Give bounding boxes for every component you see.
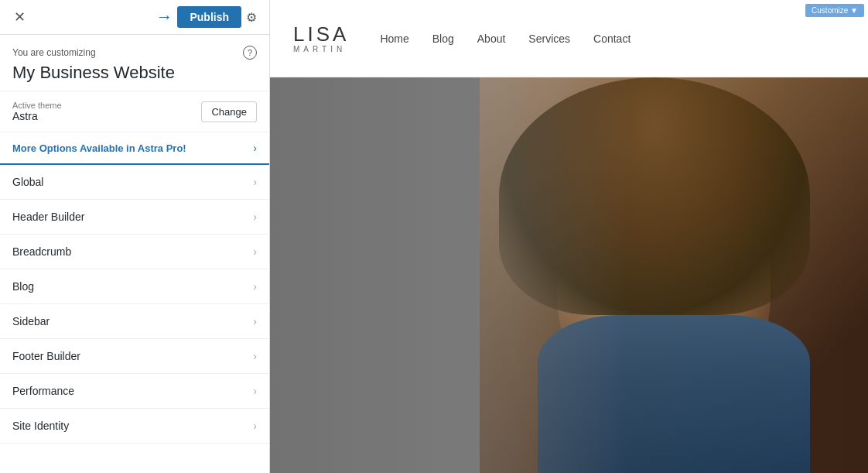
menu-item-breadcrumb[interactable]: Breadcrumb › [0,235,269,269]
nav-link-blog[interactable]: Blog [432,33,454,45]
arrow-indicator: → [155,7,173,27]
change-theme-button[interactable]: Change [201,101,257,122]
menu-item-sidebar[interactable]: Sidebar › [0,304,269,339]
menu-chevron-icon: › [253,280,257,293]
nav-link-services[interactable]: Services [528,33,570,45]
active-theme-section: Active theme Astra Change [0,91,269,132]
hero-area [270,77,868,473]
top-bar: ✕ → Publish ⚙ [0,0,269,35]
nav-link-about[interactable]: About [477,33,506,45]
preview-panel: LISA MARTIN Home Blog About Services Con… [270,0,868,473]
menu-chevron-icon: › [253,211,257,223]
customizing-text: You are customizing [12,47,96,58]
theme-info: Active theme Astra [12,101,62,122]
menu-chevron-icon: › [253,385,257,397]
menu-item-blog-label: Blog [12,280,34,293]
menu-item-blog[interactable]: Blog › [0,269,269,304]
publish-button[interactable]: Publish [177,6,241,28]
menu-item-footer-builder-label: Footer Builder [12,350,80,362]
hero-overlay [270,77,868,473]
menu-chevron-icon: › [253,245,257,258]
nav-link-contact[interactable]: Contact [593,33,630,45]
astra-pro-chevron-icon: › [253,142,257,154]
menu-item-breadcrumb-label: Breadcrumb [12,245,71,258]
logo-sub: MARTIN [293,46,349,53]
astra-pro-banner[interactable]: More Options Available in Astra Pro! › [0,132,269,165]
theme-label: Active theme [12,101,62,110]
menu-chevron-icon: › [253,420,257,432]
menu-item-header-builder[interactable]: Header Builder › [0,200,269,235]
customizing-section: You are customizing ? My Business Websit… [0,35,269,91]
menu-chevron-icon: › [253,350,257,362]
astra-pro-text: More Options Available in Astra Pro! [12,142,186,154]
close-button[interactable]: ✕ [8,7,32,27]
menu-item-site-identity-label: Site Identity [12,420,69,432]
customizing-label: You are customizing ? [12,46,257,60]
menu-item-footer-builder[interactable]: Footer Builder › [0,339,269,374]
site-title: My Business Website [12,63,257,83]
menu-chevron-icon: › [253,176,257,188]
menu-item-sidebar-label: Sidebar [12,315,50,327]
theme-name: Astra [12,110,62,122]
settings-gear-button[interactable]: ⚙ [241,7,261,28]
menu-item-performance[interactable]: Performance › [0,374,269,409]
menu-item-site-identity[interactable]: Site Identity › [0,409,269,444]
menu-item-global[interactable]: Global › [0,165,269,200]
site-nav: Home Blog About Services Contact [380,33,630,45]
menu-item-global-label: Global [12,176,43,188]
logo-name: LISA [293,24,349,44]
customizer-panel: ✕ → Publish ⚙ You are customizing ? My B… [0,0,270,473]
menu-chevron-icon: › [253,315,257,327]
menu-item-performance-label: Performance [12,385,74,397]
site-logo: LISA MARTIN [293,24,349,53]
help-icon[interactable]: ? [243,46,257,60]
nav-link-home[interactable]: Home [380,33,408,45]
menu-item-header-builder-label: Header Builder [12,211,84,223]
customize-preview-button[interactable]: Customize ▼ [805,4,864,17]
site-header: LISA MARTIN Home Blog About Services Con… [270,0,868,77]
